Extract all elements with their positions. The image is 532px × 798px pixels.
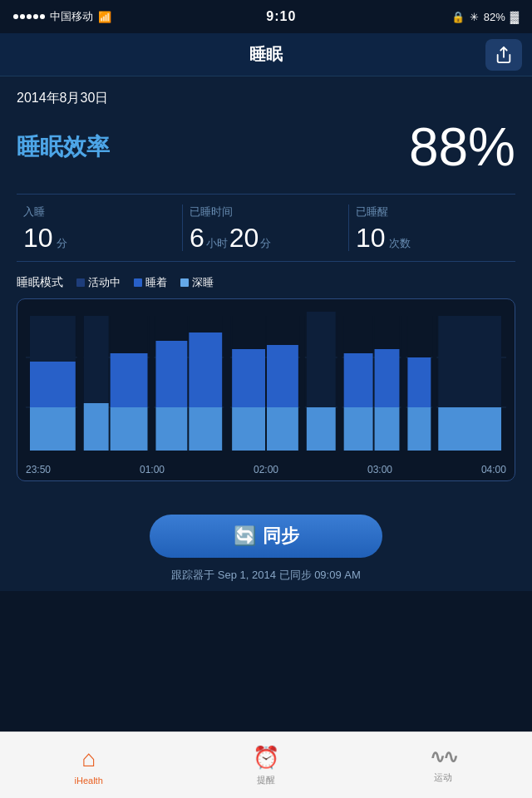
svg-rect-32 — [344, 316, 373, 353]
svg-rect-17 — [189, 407, 222, 451]
efficiency-value: 88% — [409, 121, 515, 174]
sleep-minutes-number: 20 — [229, 224, 259, 251]
bluetooth-icon: ✳ — [470, 11, 479, 23]
svg-rect-19 — [224, 316, 230, 451]
sleep-minutes-unit: 分 — [260, 236, 271, 251]
svg-rect-36 — [401, 316, 406, 451]
svg-rect-23 — [267, 345, 298, 407]
svg-rect-16 — [189, 332, 222, 407]
svg-rect-10 — [111, 407, 148, 451]
sleep-mode-row: 睡眠模式 活动中 睡着 深睡 — [17, 275, 515, 290]
bottom-nav: ⌂ iHealth ⏰ 提醒 ∿∿ 运动 — [0, 732, 532, 798]
time-label-3: 03:00 — [367, 464, 392, 475]
stat-wake-up: 已睡醒 10 次数 — [349, 204, 515, 251]
legend-deep-sleep: 深睡 — [180, 275, 214, 290]
fall-asleep-number: 10 — [23, 224, 53, 251]
app-header: 睡眠 — [0, 33, 532, 76]
svg-rect-5 — [30, 407, 76, 451]
battery-icon: ▓ — [510, 10, 519, 23]
wave-icon: ∿∿ — [430, 746, 456, 768]
legend-dot-sleep — [134, 278, 142, 287]
carrier-label: 中国移动 — [50, 9, 93, 24]
stat-sleep-time: 已睡时间 6 小时 20 分 — [183, 204, 349, 251]
sync-info: 跟踪器于 Sep 1, 2014 已同步 09:09 AM — [171, 568, 361, 583]
nav-reminder[interactable]: ⏰ 提醒 — [177, 732, 354, 798]
share-icon — [495, 46, 513, 64]
svg-rect-11 — [111, 316, 148, 353]
status-time: 9:10 — [266, 9, 296, 24]
time-label-4: 04:00 — [481, 464, 506, 475]
svg-rect-22 — [232, 316, 265, 349]
svg-rect-39 — [407, 316, 431, 357]
status-left: 中国移动 📶 — [13, 9, 111, 24]
svg-rect-40 — [432, 316, 436, 451]
sleep-mode-label: 睡眠模式 — [17, 275, 63, 290]
svg-rect-13 — [155, 341, 187, 407]
nav-activity[interactable]: ∿∿ 运动 — [355, 732, 532, 798]
svg-rect-20 — [232, 349, 265, 407]
fall-asleep-unit: 分 — [57, 236, 67, 251]
svg-rect-42 — [438, 407, 501, 451]
svg-rect-4 — [30, 362, 76, 407]
svg-rect-18 — [189, 316, 222, 332]
svg-rect-31 — [344, 407, 373, 451]
svg-rect-14 — [155, 407, 187, 451]
wake-up-number: 10 — [356, 224, 386, 251]
nav-ihealth[interactable]: ⌂ iHealth — [0, 732, 177, 798]
legend-sleep-label: 睡着 — [145, 275, 167, 290]
svg-rect-12 — [149, 316, 154, 451]
sync-button-text: 同步 — [263, 524, 299, 549]
legend-deep-label: 深睡 — [192, 275, 214, 290]
legend-dot-deep — [180, 278, 189, 287]
lock-icon: 🔒 — [451, 11, 465, 23]
legend-active-label: 活动中 — [88, 275, 121, 290]
share-button[interactable] — [485, 39, 522, 71]
clock-icon: ⏰ — [253, 745, 279, 771]
svg-rect-34 — [375, 407, 400, 451]
sleep-time-label: 已睡时间 — [190, 204, 342, 219]
svg-rect-27 — [307, 312, 336, 407]
svg-rect-15 — [155, 316, 187, 341]
svg-rect-33 — [375, 349, 400, 407]
svg-rect-37 — [407, 357, 431, 407]
svg-rect-24 — [267, 407, 298, 451]
page-title: 睡眠 — [249, 43, 283, 66]
status-bar: 中国移动 📶 9:10 🔒 ✳ 82% ▓ — [0, 0, 532, 33]
svg-rect-30 — [344, 353, 373, 407]
svg-rect-29 — [337, 316, 342, 451]
svg-rect-28 — [307, 407, 336, 451]
chart-svg — [26, 308, 506, 457]
wifi-icon: 📶 — [98, 11, 111, 23]
sync-icon: 🔄 — [234, 525, 256, 547]
time-label-2: 02:00 — [254, 464, 278, 475]
svg-rect-26 — [300, 316, 305, 451]
legend-active: 活动中 — [76, 275, 121, 290]
legend-sleep: 睡着 — [134, 275, 167, 290]
wake-up-label: 已睡醒 — [356, 204, 509, 219]
svg-rect-41 — [438, 316, 501, 407]
main-content: 2014年8月30日 睡眠效率 88% 入睡 10 分 已睡时间 6 小时 20… — [0, 76, 532, 498]
stat-fall-asleep: 入睡 10 分 — [17, 204, 183, 251]
sleep-hours-number: 6 — [190, 224, 204, 251]
nav-reminder-label: 提醒 — [257, 774, 275, 786]
svg-rect-7 — [84, 316, 109, 403]
nav-ihealth-label: iHealth — [75, 776, 103, 786]
chart-time-labels: 23:50 01:00 02:00 03:00 04:00 — [26, 461, 506, 479]
legend-dot-active — [76, 278, 85, 287]
sleep-chart: 23:50 01:00 02:00 03:00 04:00 — [17, 298, 515, 481]
svg-rect-38 — [407, 407, 431, 451]
home-icon: ⌂ — [81, 746, 96, 772]
svg-rect-21 — [232, 407, 265, 451]
svg-rect-8 — [84, 403, 109, 451]
status-right: 🔒 ✳ 82% ▓ — [451, 10, 519, 23]
sync-section: 🔄 同步 跟踪器于 Sep 1, 2014 已同步 09:09 AM — [0, 498, 532, 591]
svg-rect-25 — [267, 316, 298, 345]
nav-activity-label: 运动 — [434, 771, 452, 784]
efficiency-label: 睡眠效率 — [17, 131, 110, 163]
efficiency-row: 睡眠效率 88% — [17, 121, 515, 174]
battery-label: 82% — [484, 11, 505, 23]
date-label: 2014年8月30日 — [17, 90, 515, 107]
sync-button[interactable]: 🔄 同步 — [150, 515, 382, 558]
svg-rect-35 — [375, 316, 400, 349]
time-label-1: 01:00 — [140, 464, 165, 475]
